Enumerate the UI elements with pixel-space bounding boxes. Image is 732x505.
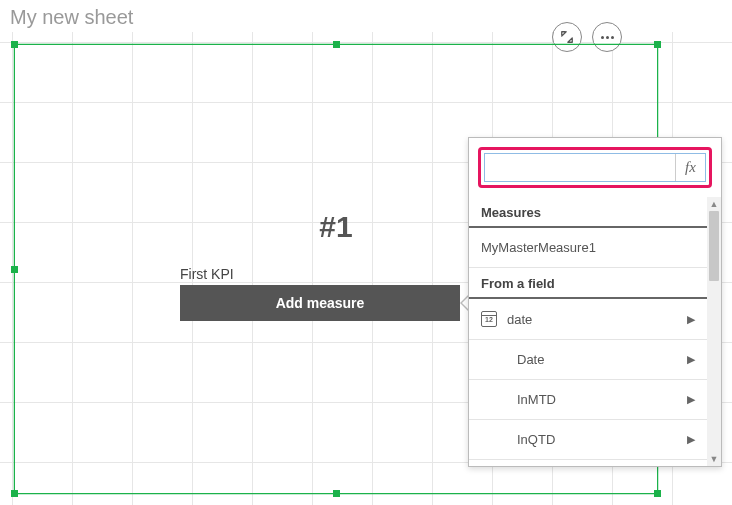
resize-handle[interactable] [333,41,340,48]
scrollbar[interactable]: ▲ ▼ [707,197,721,466]
resize-handle[interactable] [333,490,340,497]
scroll-down-button[interactable]: ▼ [707,452,721,466]
resize-handle[interactable] [654,41,661,48]
chevron-right-icon: ▶ [687,313,695,326]
picker-list: Measures MyMasterMeasure1 From a field d… [469,197,707,466]
scroll-thumb[interactable] [709,211,719,281]
chevron-right-icon: ▶ [687,393,695,406]
section-header-measures: Measures [469,197,707,228]
list-item-label: InQTD [517,432,555,447]
add-measure-button[interactable]: Add measure [180,285,460,321]
fullscreen-icon [560,30,574,44]
resize-handle[interactable] [11,266,18,273]
expression-editor-button[interactable]: fx [675,154,705,181]
field-item[interactable]: InQTD ▶ [469,420,707,460]
resize-handle[interactable] [654,490,661,497]
list-item-label: date [507,312,532,327]
search-input[interactable] [485,154,675,181]
calendar-icon [481,311,497,327]
list-item-label: Date [517,352,544,367]
ellipsis-icon [601,36,614,39]
chevron-right-icon: ▶ [687,353,695,366]
picker-scroll-area: Measures MyMasterMeasure1 From a field d… [469,197,721,466]
kpi-label: First KPI [180,266,234,282]
measure-item[interactable]: MyMasterMeasure1 [469,228,707,268]
field-item[interactable]: InMTD ▶ [469,380,707,420]
resize-handle[interactable] [11,490,18,497]
measure-picker-popover: fx Measures MyMasterMeasure1 From a fiel… [468,137,722,467]
field-item[interactable]: Date ▶ [469,340,707,380]
resize-handle[interactable] [11,41,18,48]
section-header-from-field: From a field [469,268,707,299]
list-item-label: InMTD [517,392,556,407]
sheet-title: My new sheet [10,6,133,29]
scroll-up-button[interactable]: ▲ [707,197,721,211]
search-row-highlight: fx [478,147,712,188]
search-box: fx [484,153,706,182]
list-item-label: MyMasterMeasure1 [481,240,596,255]
chevron-right-icon: ▶ [687,433,695,446]
field-item-date[interactable]: date ▶ [469,299,707,340]
